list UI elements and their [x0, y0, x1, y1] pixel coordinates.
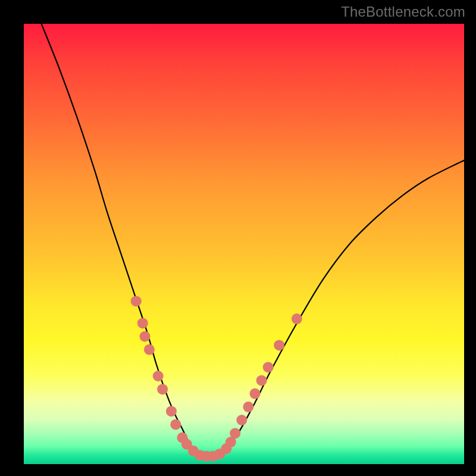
data-marker — [170, 419, 181, 430]
data-marker — [131, 296, 142, 306]
data-marker — [157, 384, 168, 394]
data-marker — [243, 402, 253, 412]
data-marker — [166, 406, 177, 416]
attribution-text: TheBottleneck.com — [341, 4, 465, 20]
data-marker — [144, 345, 155, 355]
data-marker — [250, 389, 261, 399]
data-marker — [230, 428, 240, 439]
marker-group — [131, 296, 302, 461]
data-marker — [140, 331, 151, 342]
data-marker — [153, 371, 164, 381]
data-marker — [263, 362, 274, 372]
data-marker — [137, 318, 148, 328]
data-marker — [256, 375, 267, 386]
chart-frame: TheBottleneck.com — [0, 0, 476, 476]
chart-svg — [24, 24, 464, 464]
data-marker — [274, 340, 284, 350]
data-marker — [236, 415, 247, 425]
chart-plot-area — [24, 24, 464, 464]
data-marker — [292, 314, 302, 324]
